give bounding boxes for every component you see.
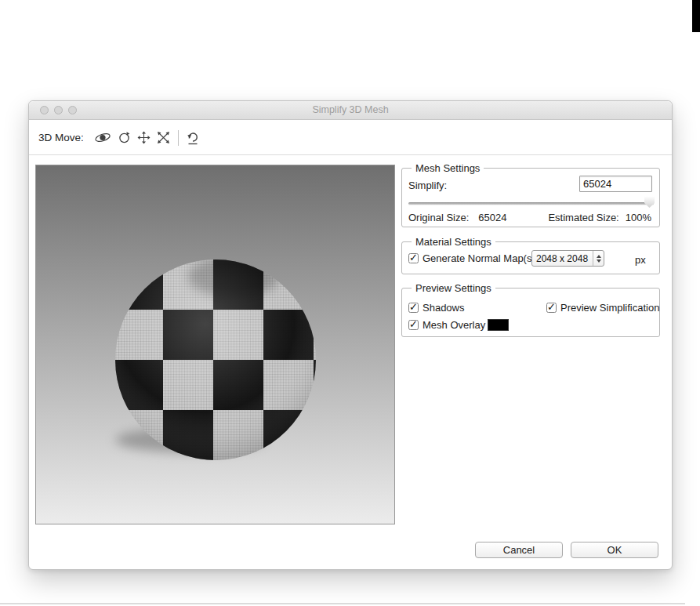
reset-view-icon [187,131,199,145]
slider-thumb[interactable] [644,197,655,208]
px-unit-label: px [635,254,646,266]
material-settings-group: Material Settings Generate Normal Map(s)… [401,241,660,274]
normal-map-size-value: 2048 x 2048 [532,253,593,264]
shadows-label: Shadows [423,302,464,314]
stepper-arrows-icon[interactable] [593,251,604,266]
simplify-3d-mesh-dialog: Simplify 3D Mesh 3D Move: [28,100,673,570]
pan-tool-button[interactable] [134,129,154,146]
slide-tool-button[interactable] [154,129,173,146]
checkbox-box[interactable] [408,253,419,263]
stepper-up-icon [597,255,601,258]
simplify-input[interactable] [579,176,652,192]
estimated-size-value: 100% [626,212,651,223]
mesh-overlay-label: Mesh Overlay [423,319,485,331]
roll-tool-button[interactable] [114,129,134,146]
ok-button[interactable]: OK [571,542,658,558]
toolbar: 3D Move: [29,121,672,155]
shadows-checkbox[interactable]: Shadows [408,302,464,314]
3d-scene-sphere [36,165,394,524]
original-size-label: Original Size: [408,212,469,223]
preview-simplification-label: Preview Simplification [560,302,659,314]
normal-map-size-select[interactable]: 2048 x 2048 [531,250,604,267]
toolbar-mode-label: 3D Move: [38,132,84,143]
orbit-icon [94,131,111,144]
roll-icon [118,131,131,144]
material-settings-legend: Material Settings [412,236,495,248]
slider-track[interactable] [408,202,654,205]
window-title: Simplify 3D Mesh [29,104,672,115]
estimated-size-row: Estimated Size: 100% [548,212,651,223]
preview-settings-legend: Preview Settings [412,282,495,294]
titlebar[interactable]: Simplify 3D Mesh [29,101,672,120]
orbit-rotate-tool-button[interactable] [91,129,114,146]
preview-settings-group: Preview Settings Shadows Preview Simplif… [401,288,660,337]
mesh-overlay-color-swatch[interactable] [488,319,509,331]
checkbox-box[interactable] [408,320,419,330]
mesh-settings-group: Mesh Settings Simplify: Original Size: 6… [401,168,660,227]
mesh-overlay-checkbox[interactable]: Mesh Overlay [408,319,485,331]
generate-normal-maps-checkbox[interactable]: Generate Normal Map(s) [408,252,535,264]
estimated-size-label: Estimated Size: [548,212,618,223]
slide-icon [157,131,170,144]
checkbox-box[interactable] [546,303,557,313]
original-size-row: Original Size: 65024 [408,212,506,223]
simplify-label: Simplify: [408,180,447,191]
reset-view-button[interactable] [183,129,202,147]
generate-normal-maps-label: Generate Normal Map(s) [423,252,535,264]
cancel-button[interactable]: Cancel [475,542,563,558]
mesh-settings-legend: Mesh Settings [412,162,484,174]
checkbox-box[interactable] [408,303,419,313]
stepper-down-icon [597,259,601,263]
pan-icon [137,131,151,144]
toolbar-separator [178,130,179,146]
3d-preview-canvas[interactable] [35,165,395,524]
page-bottom-edge [0,603,685,604]
original-size-value: 65024 [478,212,506,223]
page-corner-mark [692,0,700,32]
simplify-slider[interactable] [408,198,654,209]
preview-simplification-checkbox[interactable]: Preview Simplification [546,302,659,314]
